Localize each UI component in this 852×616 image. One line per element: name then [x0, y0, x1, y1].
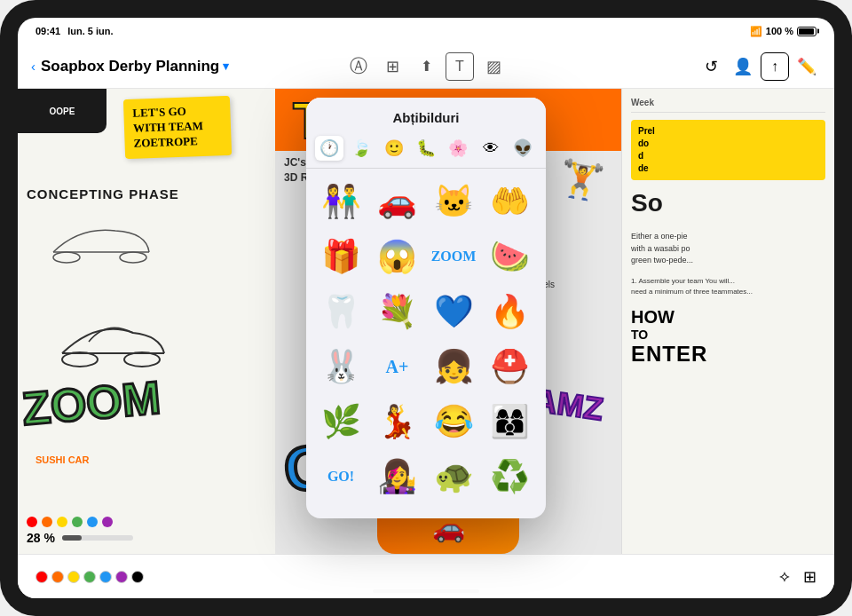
toolbar-left	[36, 571, 144, 583]
sticker-rabbit[interactable]: 🐰	[315, 341, 367, 392]
grid-icon[interactable]: ⊞	[803, 567, 816, 587]
toolbar-right: ⟡ ⊞	[779, 567, 816, 587]
swatch-red	[27, 517, 37, 527]
enter-text: ENTER	[631, 342, 825, 367]
progress-track	[62, 535, 133, 541]
sticky-note-text: LET'S GO WITH TEAM ZOETROPE	[132, 105, 203, 150]
svg-point-3	[120, 252, 146, 263]
sticker-panel: Abțibilduri 🕐 🍃 🙂 🐛 🌸 👁 👽 👫 🚗 🐱 🤲 🎁 😱	[306, 98, 546, 518]
color-dot-red[interactable]	[36, 571, 48, 583]
sticker-singer[interactable]: 👩‍🎤	[372, 451, 423, 502]
swatch-orange	[42, 517, 52, 527]
how-text: HOW	[631, 307, 825, 328]
pencil-icon[interactable]: ✏️	[793, 52, 821, 81]
ipad-screen: 09:41 lun. 5 iun. 📶 100 % ‹ Soapbox Derb…	[18, 18, 834, 598]
color-dot-orange[interactable]	[51, 571, 64, 583]
sticker-flowers[interactable]: 💐	[372, 286, 423, 337]
progress-bar-area: 28 %	[27, 531, 133, 545]
cat-emoji[interactable]: 🙂	[380, 136, 408, 161]
week-label: Week	[631, 98, 825, 113]
nav-center-icons: Ⓐ ⊞ ⬆ T ▨	[344, 52, 508, 81]
table-icon[interactable]: ⊞	[378, 52, 406, 81]
sketch-area: OOPE LET'S GO WITH TEAM ZOETROPE CONCEPT…	[18, 89, 275, 554]
sticker-turtle[interactable]: 🐢	[428, 451, 479, 502]
sticker-family2[interactable]: 👩‍👩‍👦	[485, 396, 536, 447]
color-dot-black[interactable]	[131, 571, 144, 583]
sticker-grade[interactable]: A+	[372, 341, 423, 392]
swatch-green	[72, 517, 83, 527]
sticker-teeth[interactable]: 🦷	[315, 286, 367, 337]
sushi-car-text: SUSHI CAR	[36, 454, 90, 465]
undo-icon[interactable]: ↺	[697, 52, 725, 81]
progress-fill	[62, 535, 82, 541]
color-dot-green[interactable]	[83, 571, 96, 583]
cat-leaf[interactable]: 🍃	[347, 136, 375, 161]
canvas-color-swatches	[27, 517, 113, 527]
sticker-heart[interactable]: 💙	[428, 286, 479, 337]
sticker-recycle[interactable]: ♻️	[485, 451, 536, 502]
status-date: lun. 5 iun.	[67, 26, 113, 36]
right-sticky-note: Preldodde	[631, 120, 825, 180]
cat-flower[interactable]: 🌸	[444, 136, 472, 161]
ipad-frame: 09:41 lun. 5 iun. 📶 100 % ‹ Soapbox Derb…	[0, 0, 852, 616]
wifi-icon: 📶	[750, 26, 762, 37]
nav-right-icons: ↺ 👤 ↑ ✏️	[697, 52, 821, 81]
battery-pct: 100 %	[766, 26, 793, 36]
car-sketches-svg	[18, 204, 275, 382]
document-title: Soapbox Derby Planning	[41, 58, 219, 75]
sticker-fire-car[interactable]: 🔥	[485, 286, 536, 337]
sticker-category-bar: 🕐 🍃 🙂 🐛 🌸 👁 👽	[306, 132, 546, 169]
nav-bar: ‹ Soapbox Derby Planning ▾ Ⓐ ⊞ ⬆ T ▨ ↺ 👤…	[18, 44, 834, 89]
progress-pct: 28 %	[27, 531, 55, 545]
color-palette	[36, 571, 144, 583]
swatch-blue	[87, 517, 98, 527]
svg-point-1	[124, 352, 160, 367]
cat-eye[interactable]: 👁	[476, 136, 504, 161]
sticker-girl[interactable]: 👧	[428, 341, 479, 392]
sticker-laugh[interactable]: 😂	[428, 396, 479, 447]
share-icon[interactable]: ↑	[761, 52, 789, 81]
to-text: TO	[631, 328, 825, 342]
nodes-icon[interactable]: ⟡	[779, 567, 790, 586]
sticker-helmet[interactable]: ⛑️	[485, 341, 536, 392]
image-icon[interactable]: ▨	[479, 52, 508, 81]
cat-alien[interactable]: 👽	[509, 136, 537, 161]
sticker-go[interactable]: GO!	[315, 451, 367, 502]
so-text: So	[631, 189, 825, 217]
sticker-dancer[interactable]: 💃	[372, 396, 423, 447]
sticker-hands[interactable]: 🤲	[485, 176, 536, 227]
sticker-leaf[interactable]: 🌿	[315, 396, 367, 447]
format-circle-icon[interactable]: Ⓐ	[344, 52, 373, 81]
title-dropdown-icon[interactable]: ▾	[223, 59, 229, 73]
cat-bug[interactable]: 🐛	[412, 136, 440, 161]
color-dot-yellow[interactable]	[67, 571, 80, 583]
sticker-panel-title: Abțibilduri	[306, 98, 546, 132]
swatch-yellow	[57, 517, 67, 527]
text-box-icon[interactable]: T	[446, 52, 474, 81]
color-dot-blue[interactable]	[99, 571, 112, 583]
sticker-family[interactable]: 👫	[315, 176, 367, 227]
cat-recent[interactable]: 🕐	[315, 136, 343, 161]
back-button[interactable]: ‹	[31, 59, 36, 74]
swatch-purple	[102, 517, 113, 527]
team-logo-dark: OOPE	[18, 89, 106, 133]
person-icon[interactable]: 👤	[729, 52, 757, 81]
sticker-scream[interactable]: 😱	[372, 231, 423, 282]
battery-icon	[797, 27, 816, 36]
status-bar: 09:41 lun. 5 iun. 📶 100 %	[18, 18, 834, 44]
right-panel: Week Preldodde So Either a one-piewith a…	[621, 89, 834, 554]
sticker-grid: 👫 🚗 🐱 🤲 🎁 😱 ZOOM 🍉 🦷 💐 💙 🔥 🐰 A+ 👧 ⛑️	[306, 169, 546, 509]
sticker-car[interactable]: 🚗	[372, 176, 423, 227]
status-time: 09:41	[36, 26, 60, 36]
svg-point-2	[53, 252, 80, 263]
sticker-watermelon[interactable]: 🍉	[485, 231, 536, 282]
sticky-note-letsgo: LET'S GO WITH TEAM ZOETROPE	[123, 96, 232, 159]
sticker-gift[interactable]: 🎁	[315, 231, 367, 282]
barbell-emoji: 🏋️	[556, 156, 606, 205]
sticker-zoom[interactable]: ZOOM	[428, 231, 479, 282]
svg-point-0	[62, 352, 98, 367]
upload-icon[interactable]: ⬆	[412, 52, 440, 81]
color-dot-purple[interactable]	[115, 571, 128, 583]
instructions-text: 1. Assemble your team You will... need a…	[631, 276, 825, 299]
sticker-cat[interactable]: 🐱	[428, 176, 479, 227]
